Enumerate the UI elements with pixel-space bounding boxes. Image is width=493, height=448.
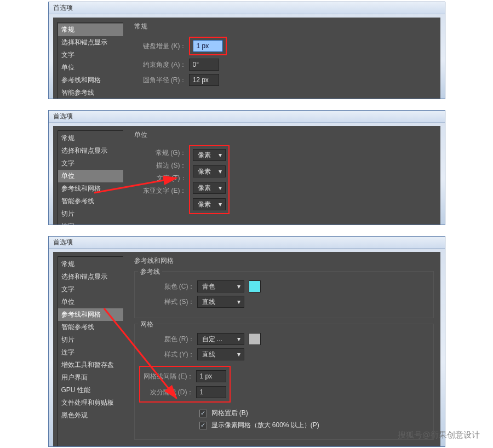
sidebar-item[interactable]: 单位 — [58, 296, 123, 308]
sidebar-item[interactable]: 智能参考线 — [58, 321, 123, 334]
guides-legend: 参考线 — [138, 267, 162, 277]
constrain-angle-label: 约束角度 (A)： — [134, 60, 189, 70]
sidebar-item[interactable]: 增效工具和暂存盘 — [58, 359, 123, 371]
show-pixel-grid-checkbox[interactable]: ✓显示像素网格（放大 600% 以上）(P) — [199, 421, 426, 430]
sidebar: 常规选择和锚点显示文字单位参考线和网格智能参考线 — [58, 22, 123, 99]
sidebar-item[interactable]: 常规 — [58, 258, 123, 271]
sidebar-item[interactable]: 单位 — [58, 61, 123, 74]
grid-legend: 网格 — [138, 320, 156, 329]
grids-in-back-checkbox[interactable]: ✓网格置后 (B) — [199, 409, 426, 418]
sidebar-item[interactable]: 常规 — [58, 24, 123, 36]
sidebar-item[interactable]: 选择和锚点显示 — [58, 271, 123, 283]
guides-color-select[interactable]: 青色▾ — [197, 280, 244, 292]
watermark: 搜狐号@衍果创意设计 — [398, 430, 480, 440]
sidebar-item[interactable]: GPU 性能 — [58, 384, 123, 397]
window-title: 首选项 — [49, 2, 445, 14]
preferences-panel-guides-grid: 首选项 常规选择和锚点显示文字单位参考线和网格智能参考线切片连字增效工具和暂存盘… — [48, 236, 445, 447]
subdivisions-label: 次分隔线 (D)： — [141, 388, 196, 397]
keyboard-increment-label: 键盘增量 (K)： — [134, 42, 189, 51]
sidebar-item[interactable]: 连字 — [58, 346, 123, 359]
units-general-label: 常规 (G)： — [134, 148, 189, 158]
sidebar-item[interactable]: 文字 — [58, 283, 123, 296]
sidebar: 常规选择和锚点显示文字单位参考线和网格智能参考线切片连字 — [58, 130, 123, 225]
sidebar-item[interactable]: 连字 — [58, 220, 123, 225]
chevron-down-icon: ▾ — [219, 151, 222, 159]
checkmark-icon: ✓ — [199, 422, 207, 429]
grid-color-swatch[interactable] — [249, 333, 261, 345]
sidebar-item[interactable]: 单位 — [58, 170, 123, 182]
guides-color-swatch[interactable] — [249, 280, 261, 292]
sidebar-item[interactable]: 文字 — [58, 157, 123, 170]
gridline-every-label: 网格线间隔 (E)： — [141, 372, 196, 381]
sidebar-item[interactable]: 智能参考线 — [58, 87, 123, 99]
corner-radius-input[interactable] — [189, 74, 219, 86]
grid-style-select[interactable]: 直线▾ — [197, 348, 244, 360]
gridline-every-input[interactable] — [196, 370, 226, 382]
window-title: 首选项 — [49, 111, 445, 123]
units-stroke-select[interactable]: 像素▾ — [193, 165, 226, 177]
sidebar-item[interactable]: 用户界面 — [58, 371, 123, 384]
sidebar-item[interactable]: 选择和锚点显示 — [58, 36, 123, 49]
sidebar-item[interactable]: 常规 — [58, 132, 123, 145]
grid-fieldset: 网格 颜色 (R)： 自定 ...▾ 样式 (Y)： 直线▾ 网格线间隔 (E)… — [134, 324, 434, 440]
sidebar: 常规选择和锚点显示文字单位参考线和网格智能参考线切片连字增效工具和暂存盘用户界面… — [58, 256, 123, 447]
keyboard-increment-input[interactable] — [193, 40, 223, 52]
units-asian-label: 东亚文字 (E)： — [134, 186, 189, 196]
section-heading: 参考线和网格 — [134, 256, 434, 266]
guides-color-label: 颜色 (C)： — [142, 282, 197, 291]
chevron-down-icon: ▾ — [237, 298, 240, 306]
guides-style-label: 样式 (S)： — [142, 297, 197, 307]
chevron-down-icon: ▾ — [237, 351, 240, 358]
grid-style-label: 样式 (Y)： — [142, 350, 197, 359]
units-type-select[interactable]: 像素▾ — [193, 182, 226, 194]
guides-style-select[interactable]: 直线▾ — [197, 296, 244, 308]
grid-color-select[interactable]: 自定 ...▾ — [197, 333, 244, 345]
subdivisions-input[interactable] — [196, 386, 226, 398]
section-heading: 常规 — [134, 22, 434, 31]
guides-fieldset: 参考线 颜色 (C)： 青色▾ 样式 (S)： 直线▾ — [134, 271, 434, 318]
sidebar-item[interactable]: 文字 — [58, 49, 123, 61]
sidebar-item[interactable]: 切片 — [58, 208, 123, 220]
window-title: 首选项 — [49, 237, 445, 249]
chevron-down-icon: ▾ — [219, 200, 222, 208]
grid-color-label: 颜色 (R)： — [142, 335, 197, 344]
checkmark-icon: ✓ — [199, 410, 207, 417]
chevron-down-icon: ▾ — [219, 184, 222, 192]
preferences-panel-general: 首选项 常规选择和锚点显示文字单位参考线和网格智能参考线 常规 键盘增量 (K)… — [48, 2, 445, 99]
sidebar-item[interactable]: 黑色外观 — [58, 409, 123, 422]
units-general-select[interactable]: 像素▾ — [193, 149, 226, 161]
constrain-angle-input[interactable] — [189, 59, 219, 71]
chevron-down-icon: ▾ — [237, 335, 240, 343]
sidebar-item[interactable]: 切片 — [58, 334, 123, 346]
sidebar-item[interactable]: 参考线和网格 — [58, 182, 123, 195]
units-asian-select[interactable]: 像素▾ — [193, 198, 226, 210]
units-stroke-label: 描边 (S)： — [134, 161, 189, 170]
sidebar-item[interactable]: 参考线和网格 — [58, 74, 123, 87]
chevron-down-icon: ▾ — [237, 283, 240, 290]
sidebar-item[interactable]: 智能参考线 — [58, 195, 123, 208]
units-type-label: 文字 (T)： — [134, 174, 189, 183]
sidebar-item[interactable]: 参考线和网格 — [58, 308, 123, 321]
section-heading: 单位 — [134, 130, 434, 140]
sidebar-item[interactable]: 文件处理和剪贴板 — [58, 397, 123, 409]
corner-radius-label: 圆角半径 (R)： — [134, 76, 189, 85]
preferences-panel-units: 首选项 常规选择和锚点显示文字单位参考线和网格智能参考线切片连字 单位 常规 (… — [48, 110, 445, 225]
sidebar-item[interactable]: 选择和锚点显示 — [58, 145, 123, 157]
chevron-down-icon: ▾ — [219, 168, 222, 175]
